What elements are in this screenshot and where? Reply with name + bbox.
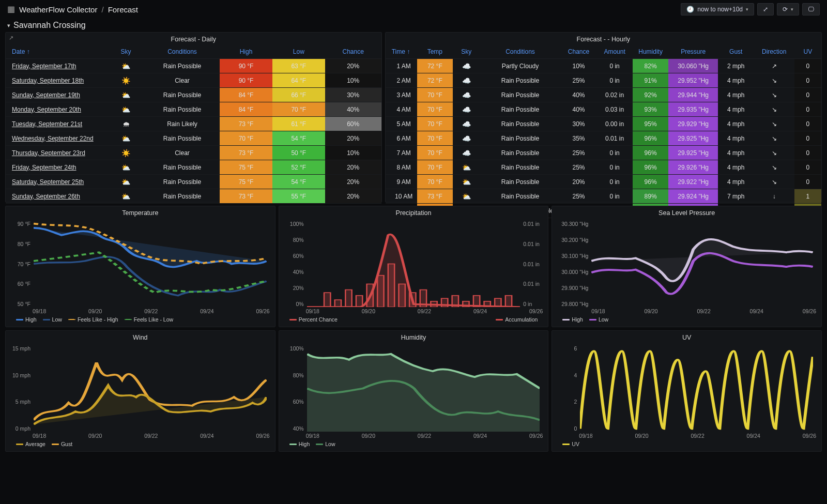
- legend-item[interactable]: Feels Like - Low: [125, 316, 173, 323]
- conditions-cell: Rain Possible: [145, 175, 220, 189]
- chance-cell: 20%: [561, 175, 597, 189]
- wind-chart[interactable]: 15 mph10 mph5 mph0 mph: [11, 345, 270, 432]
- sky-icon: ⛅: [453, 189, 480, 204]
- gust-cell: 4 mph: [718, 146, 754, 160]
- sky-icon: ⛅: [107, 189, 145, 204]
- amount-cell: 0.00 in: [596, 117, 633, 131]
- table-row: Saturday, September 18th☀️Clear90 °F64 °…: [6, 73, 381, 88]
- external-link-icon[interactable]: ↗: [9, 35, 13, 41]
- temp-cell: 70 °F: [417, 146, 453, 160]
- pressure-chart[interactable]: 30.300 "Hg30.200 "Hg30.100 "Hg30.000 "Hg…: [557, 221, 816, 307]
- date-cell[interactable]: Tuesday, September 21st: [6, 117, 107, 131]
- date-cell[interactable]: Monday, September 20th: [6, 102, 107, 117]
- amount-cell: 0 in: [596, 189, 633, 204]
- column-header[interactable]: Chance: [561, 45, 597, 59]
- column-header[interactable]: Temp: [417, 45, 453, 59]
- gust-cell: 2 mph: [718, 59, 754, 73]
- high-temp-cell: 70 °F: [220, 131, 272, 146]
- time-range-picker[interactable]: 🕘 now to now+10d ▾: [681, 3, 754, 16]
- row-header[interactable]: ▾ Savannah Crossing: [0, 19, 827, 32]
- sky-icon: ☁️: [453, 131, 480, 146]
- amount-cell: 0 in: [596, 59, 633, 73]
- column-header[interactable]: UV: [794, 45, 821, 59]
- breadcrumb-page[interactable]: Forecast: [108, 5, 138, 14]
- precipitation-chart[interactable]: 100%80%60%40%20%0% 0.01 in0.01 in0.01 in…: [284, 221, 543, 307]
- toolbar-controls: 🕘 now to now+10d ▾ ⤢ ⟳▾ 🖵: [681, 3, 820, 16]
- humidity-chart[interactable]: 100%80%60%40%: [284, 345, 543, 432]
- temp-cell: 70 °F: [417, 88, 453, 102]
- table-row: 6 AM70 °F☁️Rain Possible35%0.01 in96%29.…: [386, 131, 821, 146]
- legend-item[interactable]: Low: [316, 441, 335, 447]
- column-header[interactable]: Direction: [754, 45, 794, 59]
- humidity-cell: 92%: [633, 88, 669, 102]
- column-header[interactable]: Amount: [596, 45, 633, 59]
- legend-item[interactable]: High: [289, 441, 310, 447]
- legend-item[interactable]: High: [562, 316, 583, 323]
- date-cell[interactable]: Thursday, September 23rd: [6, 146, 107, 160]
- chance-cell: 20%: [325, 189, 381, 204]
- sky-icon: ☀️: [107, 146, 145, 160]
- uv-cell: 0: [794, 88, 821, 102]
- legend-item[interactable]: Average: [16, 441, 45, 447]
- column-header[interactable]: Low: [272, 45, 325, 59]
- amount-cell: 0.02 in: [596, 88, 633, 102]
- uv-cell: 0: [794, 73, 821, 88]
- legend-item[interactable]: UV: [562, 441, 579, 447]
- direction-cell: ↘: [754, 131, 794, 146]
- column-header[interactable]: Humidity: [633, 45, 669, 59]
- legend-item[interactable]: Feels Like - High: [68, 316, 118, 323]
- date-cell[interactable]: Saturday, September 25th: [6, 175, 107, 189]
- wind-chart-panel: Wind 15 mph10 mph5 mph0 mph 09/1809/2009…: [5, 330, 275, 452]
- column-header[interactable]: Conditions: [145, 45, 220, 59]
- low-temp-cell: 70 °F: [272, 102, 325, 117]
- legend-item[interactable]: Accumulation: [496, 316, 538, 323]
- conditions-cell: Rain Possible: [480, 131, 560, 146]
- humidity-cell: 96%: [633, 160, 669, 175]
- pressure-cell: 30.060 "Hg: [668, 59, 718, 73]
- time-range-label: now to now+10d: [697, 6, 743, 13]
- uv-cell: 0: [794, 131, 821, 146]
- column-header[interactable]: Pressure: [668, 45, 718, 59]
- column-header[interactable]: Time ↑: [386, 45, 417, 59]
- panel-title: Sea Level Pressure: [552, 206, 821, 219]
- column-header[interactable]: Gust: [718, 45, 754, 59]
- temp-cell: 73 °F: [417, 189, 453, 204]
- column-header[interactable]: Chance: [325, 45, 381, 59]
- date-cell[interactable]: Friday, September 17th: [6, 59, 107, 73]
- uv-chart[interactable]: 6420: [557, 345, 816, 432]
- legend-item[interactable]: Gust: [52, 441, 72, 447]
- column-header[interactable]: High: [220, 45, 272, 59]
- panel-title: Temperature: [6, 206, 275, 219]
- temperature-chart[interactable]: 90 °F80 °F70 °F60 °F50 °F: [11, 221, 270, 307]
- tv-mode-button[interactable]: 🖵: [802, 3, 820, 16]
- column-header[interactable]: Sky: [453, 45, 480, 59]
- dashboard-grid-icon[interactable]: ▦: [7, 5, 15, 13]
- pressure-cell: 29.952 "Hg: [668, 73, 718, 88]
- legend-item[interactable]: Percent Chance: [289, 316, 338, 323]
- date-cell[interactable]: Wednesday, September 22nd: [6, 131, 107, 146]
- zoom-out-icon: ⤢: [763, 6, 768, 13]
- zoom-out-button[interactable]: ⤢: [757, 3, 774, 16]
- legend-item[interactable]: Low: [589, 316, 608, 323]
- humidity-chart-panel: Humidity 100%80%60%40% 09/1809/2009/2209…: [279, 330, 549, 452]
- panel-title: Precipitation: [279, 206, 548, 219]
- time-cell: 6 AM: [386, 131, 417, 146]
- column-header[interactable]: Sky: [107, 45, 145, 59]
- legend-item[interactable]: Low: [43, 316, 62, 323]
- conditions-cell: Rain Possible: [480, 88, 560, 102]
- column-header[interactable]: Conditions: [480, 45, 560, 59]
- uv-cell: 0: [794, 59, 821, 73]
- refresh-button[interactable]: ⟳▾: [777, 3, 799, 16]
- date-cell[interactable]: Friday, September 24th: [6, 160, 107, 175]
- date-cell[interactable]: Sunday, September 19th: [6, 88, 107, 102]
- breadcrumb-group[interactable]: WeatherFlow Collector: [19, 5, 97, 14]
- legend-item[interactable]: High: [16, 316, 37, 323]
- table-row: 4 AM70 °F☁️Rain Possible40%0.03 in93%29.…: [386, 102, 821, 117]
- conditions-cell: Rain Possible: [145, 131, 220, 146]
- column-header[interactable]: Date ↑: [6, 45, 107, 59]
- date-cell[interactable]: Saturday, September 18th: [6, 73, 107, 88]
- conditions-cell: Clear: [145, 146, 220, 160]
- time-cell: 8 AM: [386, 160, 417, 175]
- date-cell[interactable]: Sunday, September 26th: [6, 189, 107, 204]
- gust-cell: 4 mph: [718, 160, 754, 175]
